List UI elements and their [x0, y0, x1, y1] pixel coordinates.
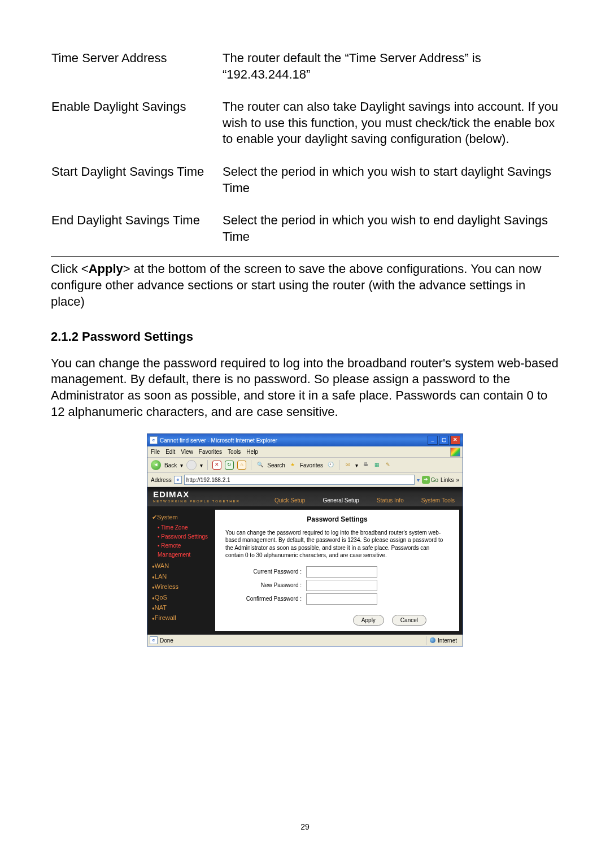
page-number: 29 [51, 822, 559, 832]
sidebar-item-nat[interactable]: NAT [152, 604, 211, 611]
sidebar-item-wan[interactable]: WAN [152, 562, 211, 570]
sidebar-item-wireless[interactable]: Wireless [152, 583, 211, 591]
edit-icon[interactable]: ▦ [373, 461, 381, 469]
ie-menubar: File Edit View Favorites Tools Help [147, 446, 463, 458]
brand-text: EDIMAX [153, 489, 189, 499]
panel-desc: You can change the password required to … [225, 529, 449, 559]
sidebar-item-timezone[interactable]: • Time Zone [158, 523, 211, 532]
go-button[interactable]: ➔Go [422, 476, 438, 484]
top-nav: Quick Setup General Setup Status Info Sy… [263, 494, 463, 506]
apply-note: Click <Apply> at the bottom of the scree… [51, 261, 559, 310]
menu-file[interactable]: File [151, 448, 160, 455]
go-label: Go [431, 476, 438, 484]
apply-button[interactable]: Apply [353, 615, 384, 626]
favorites-label[interactable]: Favorites [300, 462, 323, 469]
address-label: Address [151, 476, 172, 484]
def-term: Enable Daylight Savings [51, 98, 222, 163]
gear-icon [315, 498, 321, 504]
menu-favorites[interactable]: Favorites [199, 448, 222, 455]
def-term: End Daylight Savings Time [51, 212, 222, 261]
ie-titlebar: e Cannot find server - Microsoft Interne… [147, 434, 463, 446]
apply-note-bold: Apply [89, 262, 123, 276]
sidebar: ✔System • Time Zone • Password Settings … [147, 506, 215, 635]
row-new-password: New Password : [225, 580, 449, 591]
apply-note-post: > at the bottom of the screen to save th… [51, 262, 541, 308]
section-heading: 2.1.2 Password Settings [51, 329, 559, 345]
cancel-button[interactable]: Cancel [392, 615, 426, 626]
menu-help[interactable]: Help [246, 448, 258, 455]
sidebar-label: Password Settings [161, 533, 208, 540]
def-term: Time Server Address [51, 50, 222, 98]
brand-subtext: NETWORKING PEOPLE TOGETHER [153, 500, 257, 504]
address-input[interactable] [184, 475, 415, 485]
section-paragraph: You can change the password required to … [51, 355, 559, 420]
home-icon[interactable]: ⌂ [237, 461, 246, 470]
tab-label: System Tools [421, 497, 455, 504]
sidebar-item-remote[interactable]: • Remote Management [158, 541, 211, 559]
ie-window: e Cannot find server - Microsoft Interne… [147, 433, 463, 646]
main-panel: Password Settings You can change the pas… [215, 510, 459, 631]
tools-icon [414, 498, 420, 504]
sidebar-item-lan[interactable]: LAN [152, 572, 211, 580]
globe-icon [430, 637, 435, 643]
forward-dropdown-icon[interactable]: ▾ [200, 462, 203, 469]
tab-quick-setup[interactable]: Quick Setup [263, 494, 310, 506]
favorites-icon[interactable]: ★ [289, 461, 297, 469]
back-icon[interactable]: ◄ [151, 460, 161, 470]
sidebar-item-firewall[interactable]: Firewall [152, 614, 211, 622]
def-desc: The router can also take Daylight saving… [222, 98, 559, 163]
status-page-icon: e [150, 636, 158, 644]
tab-label: General Setup [323, 497, 359, 504]
status-zone: Internet [426, 636, 460, 645]
ie-addressbar: Address e ▾ ➔Go Links » [147, 473, 463, 487]
input-confirm-password[interactable] [306, 593, 377, 605]
links-label[interactable]: Links [441, 476, 454, 484]
page-icon: e [174, 476, 182, 484]
input-current-password[interactable] [306, 566, 377, 578]
menu-tools[interactable]: Tools [228, 448, 241, 455]
ie-statusbar: e Done Internet [147, 635, 463, 646]
mail-dropdown-icon[interactable]: ▾ [355, 462, 358, 469]
search-icon[interactable]: 🔍 [256, 461, 264, 469]
links-expand-icon[interactable]: » [456, 476, 459, 484]
menu-edit[interactable]: Edit [165, 448, 175, 455]
wizard-icon [267, 498, 273, 504]
back-dropdown-icon[interactable]: ▾ [180, 462, 183, 469]
menu-view[interactable]: View [181, 448, 193, 455]
row-current-password: Current Password : [225, 566, 449, 578]
back-label[interactable]: Back [164, 462, 177, 469]
history-icon[interactable]: 🕘 [326, 461, 334, 469]
maximize-button[interactable]: ▢ [439, 436, 449, 445]
mail-icon[interactable]: ✉ [344, 461, 352, 469]
stop-icon[interactable]: ✕ [212, 461, 221, 470]
windows-flag-icon [450, 448, 460, 457]
sidebar-item-qos[interactable]: QoS [152, 593, 211, 601]
tab-system-tools[interactable]: System Tools [409, 494, 459, 506]
sidebar-item-password[interactable]: • Password Settings [158, 532, 211, 541]
address-dropdown-icon[interactable]: ▾ [417, 476, 420, 484]
sidebar-label: Time Zone [161, 524, 188, 531]
divider [51, 256, 559, 257]
screenshot: e Cannot find server - Microsoft Interne… [51, 433, 559, 646]
definitions-table: Time Server Address The router default t… [51, 50, 559, 261]
label-new-password: New Password : [225, 581, 306, 589]
sidebar-group-system[interactable]: ✔System [152, 513, 211, 521]
def-desc: The router default the “Time Server Addr… [222, 50, 559, 98]
forward-icon[interactable] [186, 460, 197, 470]
close-button[interactable]: ✕ [450, 436, 460, 445]
apply-note-pre: Click < [51, 262, 89, 276]
print-icon[interactable]: 🖶 [361, 461, 369, 469]
label-current-password: Current Password : [225, 568, 306, 575]
ie-toolbar: ◄ Back ▾ ▾ ✕ ↻ ⌂ 🔍 Search ★ Favorites 🕘 … [147, 458, 463, 473]
button-row: Apply Cancel [225, 615, 449, 626]
input-new-password[interactable] [306, 580, 377, 591]
refresh-icon[interactable]: ↻ [225, 461, 234, 470]
tab-general-setup[interactable]: General Setup [311, 494, 364, 506]
sidebar-label: System [157, 514, 178, 520]
discuss-icon[interactable]: ✎ [384, 461, 392, 469]
brand-logo: EDIMAX NETWORKING PEOPLE TOGETHER [147, 487, 263, 506]
info-icon [369, 498, 375, 504]
tab-status-info[interactable]: Status Info [365, 494, 408, 506]
minimize-button[interactable]: _ [428, 436, 438, 445]
search-label[interactable]: Search [267, 462, 285, 469]
